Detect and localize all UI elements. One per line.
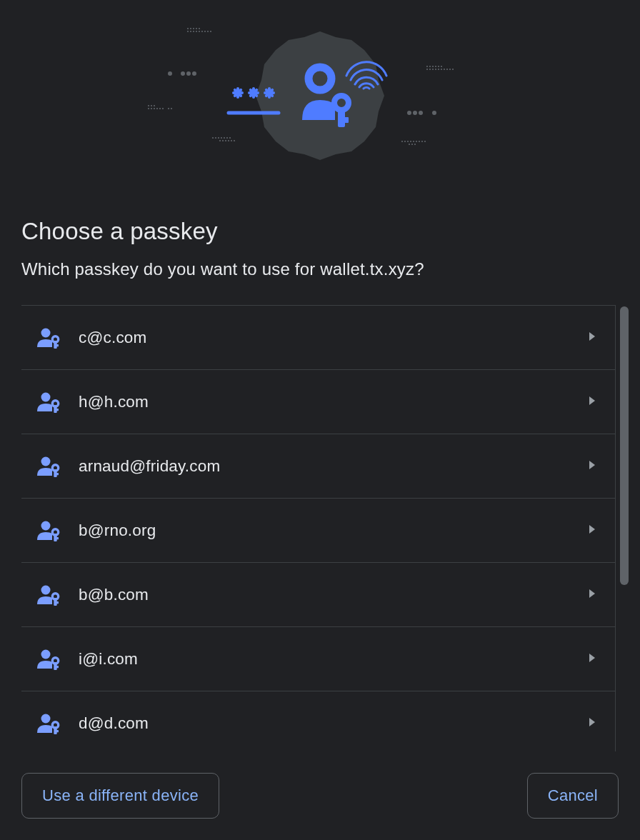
svg-point-23 bbox=[154, 107, 155, 109]
svg-point-60 bbox=[449, 68, 451, 69]
passkey-item-label: h@h.com bbox=[79, 393, 588, 411]
passkey-item[interactable]: d@d.com bbox=[21, 691, 615, 751]
svg-point-11 bbox=[193, 30, 194, 31]
svg-point-7 bbox=[196, 27, 197, 29]
chevron-right-icon bbox=[588, 523, 596, 538]
passkey-item[interactable]: b@rno.org bbox=[21, 499, 615, 563]
passkey-item[interactable]: h@h.com bbox=[21, 370, 615, 434]
svg-point-111 bbox=[41, 649, 51, 659]
svg-point-55 bbox=[435, 68, 436, 69]
svg-point-17 bbox=[210, 30, 211, 31]
svg-rect-90 bbox=[342, 117, 349, 123]
scrollbar-thumb[interactable] bbox=[620, 306, 629, 585]
svg-point-53 bbox=[429, 68, 431, 69]
use-different-device-button[interactable]: Use a different device bbox=[21, 773, 219, 819]
svg-point-24 bbox=[156, 107, 158, 109]
passkey-item-label: arnaud@friday.com bbox=[79, 457, 588, 476]
svg-point-20 bbox=[154, 104, 155, 106]
chevron-right-icon bbox=[588, 587, 596, 602]
svg-point-45 bbox=[432, 111, 436, 115]
svg-point-9 bbox=[187, 30, 189, 31]
passkey-person-key-icon bbox=[36, 582, 61, 608]
svg-point-34 bbox=[226, 136, 228, 138]
svg-point-58 bbox=[444, 68, 445, 69]
svg-point-56 bbox=[438, 68, 439, 69]
svg-rect-98 bbox=[56, 409, 59, 411]
svg-point-73 bbox=[414, 143, 416, 144]
svg-point-54 bbox=[432, 68, 434, 69]
svg-point-8 bbox=[199, 27, 200, 29]
svg-point-27 bbox=[168, 107, 169, 109]
passkey-item[interactable]: i@i.com bbox=[21, 627, 615, 691]
svg-point-1 bbox=[181, 71, 185, 76]
svg-point-25 bbox=[159, 107, 161, 109]
svg-point-48 bbox=[432, 65, 434, 66]
scrollbar[interactable] bbox=[616, 305, 633, 751]
svg-point-71 bbox=[409, 143, 410, 144]
passkey-item[interactable]: c@c.com bbox=[21, 306, 615, 370]
svg-point-46 bbox=[426, 65, 428, 66]
svg-point-6 bbox=[193, 27, 194, 29]
passkey-item[interactable]: arnaud@friday.com bbox=[21, 434, 615, 499]
svg-point-14 bbox=[201, 30, 203, 31]
svg-rect-114 bbox=[56, 666, 59, 668]
passkey-item[interactable]: b@b.com bbox=[21, 563, 615, 627]
svg-point-115 bbox=[41, 714, 51, 723]
svg-point-64 bbox=[407, 140, 409, 141]
svg-point-107 bbox=[41, 585, 51, 594]
passkey-person-key-icon bbox=[36, 389, 61, 415]
passkey-item-label: b@rno.org bbox=[79, 521, 588, 540]
svg-point-47 bbox=[429, 65, 431, 66]
svg-point-30 bbox=[215, 136, 216, 138]
svg-rect-110 bbox=[56, 601, 59, 604]
svg-point-18 bbox=[148, 104, 149, 106]
svg-point-103 bbox=[41, 521, 51, 530]
svg-point-95 bbox=[41, 392, 51, 401]
svg-rect-102 bbox=[56, 473, 59, 475]
passkey-hero-icon bbox=[120, 20, 520, 177]
passkey-person-key-icon bbox=[36, 325, 61, 351]
svg-point-19 bbox=[151, 104, 152, 106]
dialog-title: Choose a passkey bbox=[0, 196, 640, 259]
svg-point-67 bbox=[416, 140, 417, 141]
svg-point-4 bbox=[187, 27, 189, 29]
svg-point-12 bbox=[196, 30, 197, 31]
svg-rect-106 bbox=[56, 537, 59, 539]
svg-point-37 bbox=[222, 139, 224, 141]
svg-point-61 bbox=[452, 68, 454, 69]
svg-point-43 bbox=[413, 111, 417, 115]
svg-point-62 bbox=[401, 140, 403, 141]
svg-point-29 bbox=[212, 136, 214, 138]
dialog-subtitle: Which passkey do you want to use for wal… bbox=[0, 259, 640, 305]
svg-point-15 bbox=[204, 30, 206, 31]
svg-point-68 bbox=[419, 140, 420, 141]
passkey-illustration bbox=[0, 0, 640, 196]
passkey-person-key-icon bbox=[36, 711, 61, 736]
svg-point-33 bbox=[224, 136, 225, 138]
svg-point-69 bbox=[421, 140, 423, 141]
passkey-person-key-icon bbox=[36, 454, 61, 479]
svg-rect-94 bbox=[56, 344, 59, 346]
svg-rect-118 bbox=[56, 730, 59, 732]
svg-point-49 bbox=[435, 65, 436, 66]
chevron-right-icon bbox=[588, 716, 596, 731]
svg-point-0 bbox=[168, 71, 172, 76]
passkey-item-label: d@d.com bbox=[79, 714, 588, 733]
passkey-item-label: b@b.com bbox=[79, 586, 588, 604]
svg-point-51 bbox=[441, 65, 442, 66]
svg-point-5 bbox=[190, 27, 191, 29]
svg-point-65 bbox=[410, 140, 411, 141]
svg-point-50 bbox=[438, 65, 439, 66]
cancel-button[interactable]: Cancel bbox=[527, 773, 619, 819]
svg-point-41 bbox=[234, 139, 235, 141]
svg-point-91 bbox=[41, 328, 51, 337]
svg-point-59 bbox=[446, 68, 448, 69]
svg-point-35 bbox=[229, 136, 231, 138]
svg-point-22 bbox=[151, 107, 152, 109]
svg-point-2 bbox=[186, 71, 191, 76]
svg-point-39 bbox=[228, 139, 229, 141]
svg-point-26 bbox=[162, 107, 164, 109]
chevron-right-icon bbox=[588, 651, 596, 666]
svg-point-28 bbox=[171, 107, 172, 109]
svg-point-66 bbox=[413, 140, 414, 141]
